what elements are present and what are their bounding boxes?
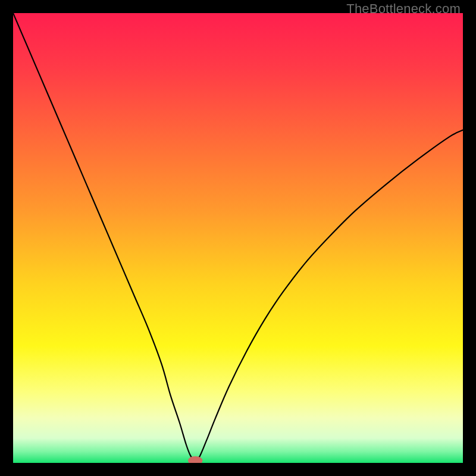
watermark-text: TheBottleneck.com <box>346 1 461 17</box>
chart-frame <box>13 13 463 463</box>
bottleneck-chart <box>13 13 463 463</box>
chart-background <box>13 13 463 463</box>
